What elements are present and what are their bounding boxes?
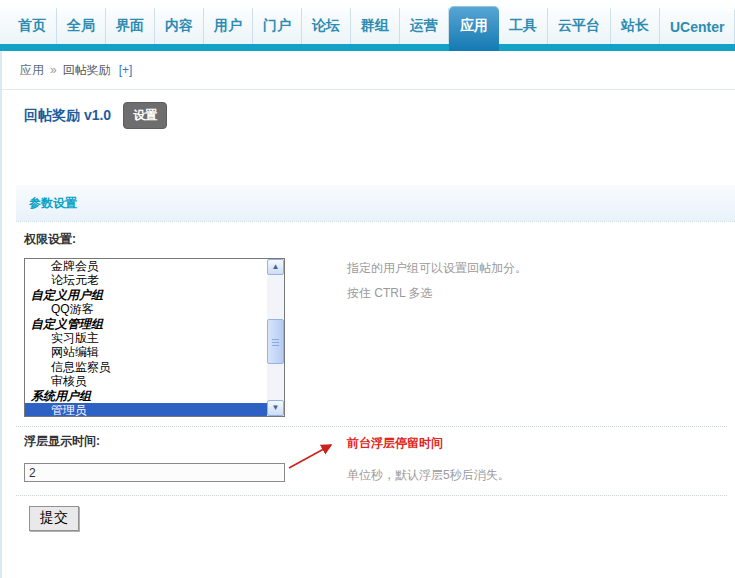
list-item[interactable]: QQ游客 [25, 302, 267, 316]
nav-item-apps-active[interactable]: 应用 [449, 6, 499, 51]
nav-accent-stripe [0, 44, 735, 51]
list-item[interactable]: 信息监察员 [25, 360, 267, 374]
annotation-arrow-icon [283, 437, 345, 473]
float-time-label: 浮层显示时间: [24, 433, 100, 450]
breadcrumb: 应用»回帖奖励[+] [2, 51, 735, 90]
scrollbar-thumb[interactable] [267, 319, 284, 364]
nav-item-interface[interactable]: 界面 [106, 8, 155, 44]
row-separator [16, 495, 727, 496]
breadcrumb-current: 回帖奖励 [63, 63, 111, 77]
permission-label: 权限设置: [24, 231, 76, 248]
list-item[interactable]: 审核员 [25, 374, 267, 388]
scroll-down-icon[interactable]: ▼ [267, 400, 284, 416]
float-time-input[interactable] [24, 463, 285, 482]
nav-item-home[interactable]: 首页 [8, 8, 57, 44]
settings-button[interactable]: 设置 [123, 102, 167, 129]
permission-help-2: 按住 CTRL 多选 [347, 285, 433, 302]
nav-item-forum[interactable]: 论坛 [302, 8, 351, 44]
list-item[interactable]: 网站编辑 [25, 345, 267, 359]
thumb-grip-icon [272, 339, 279, 346]
section-title: 参数设置 [29, 195, 77, 212]
list-item[interactable]: 金牌会员 [25, 259, 267, 273]
nav-item-groups[interactable]: 群组 [351, 8, 400, 44]
nav-item-global[interactable]: 全局 [57, 8, 106, 44]
list-group-label: 自定义用户组 [25, 288, 267, 302]
list-item[interactable]: 实习版主 [25, 331, 267, 345]
scrollbar-track[interactable] [267, 275, 284, 400]
usergroup-listbox[interactable]: 金牌会员 论坛元老 自定义用户组 QQ游客 自定义管理组 实习版主 网站编辑 信… [24, 258, 285, 417]
admin-page: 首页 全局 界面 内容 用户 门户 论坛 群组 运营 应用 工具 云平台 站长 … [0, 0, 735, 578]
float-time-help: 单位秒，默认浮层5秒后消失。 [347, 467, 510, 484]
breadcrumb-expand-link[interactable]: [+] [119, 63, 133, 77]
list-item[interactable]: 论坛元老 [25, 273, 267, 287]
permission-help-1: 指定的用户组可以设置回帖加分。 [347, 260, 527, 277]
nav-item-cloud[interactable]: 云平台 [548, 8, 611, 44]
row-separator [16, 426, 727, 427]
nav-item-content[interactable]: 内容 [155, 8, 204, 44]
list-group-label: 自定义管理组 [25, 317, 267, 331]
submit-button[interactable]: 提交 [29, 506, 79, 531]
list-group-label: 系统用户组 [25, 389, 267, 403]
list-item-selected[interactable]: 管理员 [25, 403, 267, 416]
section-header: 参数设置 [16, 185, 735, 222]
page-body: 应用»回帖奖励[+] 回帖奖励 v1.0 设置 参数设置 权限设置: 金牌会员 … [0, 51, 735, 578]
nav-item-operation[interactable]: 运营 [400, 8, 449, 44]
nav-item-webmaster[interactable]: 站长 [611, 8, 660, 44]
scroll-up-icon[interactable]: ▲ [267, 259, 284, 275]
annotation-text: 前台浮层停留时间 [347, 435, 443, 452]
listbox-scrollbar[interactable]: ▲ ▼ [267, 259, 284, 416]
nav-item-portal[interactable]: 门户 [253, 8, 302, 44]
usergroup-list: 金牌会员 论坛元老 自定义用户组 QQ游客 自定义管理组 实习版主 网站编辑 信… [25, 259, 267, 416]
top-navigation: 首页 全局 界面 内容 用户 门户 论坛 群组 运营 应用 工具 云平台 站长 … [0, 0, 735, 51]
plugin-header: 回帖奖励 v1.0 设置 [24, 102, 167, 129]
breadcrumb-separator: » [50, 63, 57, 77]
nav-item-ucenter[interactable]: UCenter [660, 10, 735, 44]
main-content: 回帖奖励 v1.0 设置 参数设置 权限设置: 金牌会员 论坛元老 自定义用户组… [2, 90, 735, 578]
nav-item-tools[interactable]: 工具 [499, 8, 548, 44]
breadcrumb-section-link[interactable]: 应用 [20, 63, 44, 77]
nav-item-users[interactable]: 用户 [204, 8, 253, 44]
nav-list: 首页 全局 界面 内容 用户 门户 论坛 群组 运营 应用 工具 云平台 站长 … [8, 6, 735, 44]
page-title: 回帖奖励 v1.0 [24, 107, 111, 125]
